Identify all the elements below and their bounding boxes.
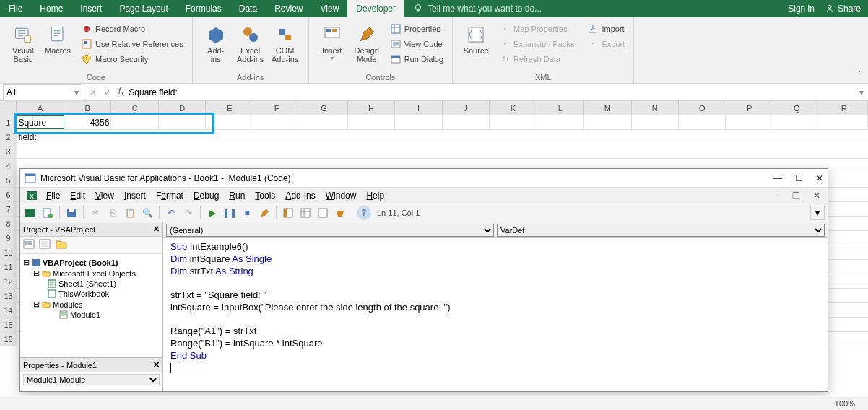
row-header[interactable]: 15 [0, 318, 17, 331]
col-header[interactable]: O [679, 101, 726, 115]
find-icon[interactable]: 🔍 [140, 206, 155, 220]
name-box[interactable]: A1▾ [3, 84, 82, 100]
cell[interactable] [253, 115, 300, 129]
menu-file[interactable]: File [42, 191, 64, 201]
cell[interactable] [820, 115, 867, 129]
project-tree[interactable]: ⊟ VBAProject (Book1) ⊟ Microsoft Excel O… [20, 254, 162, 358]
tell-me[interactable]: Tell me what you want to do... [413, 4, 542, 14]
chevron-down-icon[interactable]: ▾ [74, 87, 79, 97]
visual-basic-button[interactable]: Visual Basic [6, 20, 40, 64]
col-header[interactable]: G [300, 101, 347, 115]
col-header[interactable]: K [490, 101, 537, 115]
row-header[interactable]: 2 [0, 130, 17, 144]
project-explorer-icon[interactable] [281, 206, 295, 220]
col-header[interactable]: C [111, 101, 158, 115]
properties-object-select[interactable]: Module1 Module [23, 374, 160, 385]
code-object-select[interactable]: (General) [166, 224, 494, 237]
excel-icon[interactable]: X [26, 190, 38, 201]
view-code-tb-icon[interactable] [23, 238, 36, 252]
cell[interactable] [490, 115, 537, 129]
menu-insert[interactable]: Insert [120, 191, 150, 201]
row-header[interactable]: 11 [0, 260, 17, 274]
com-addins-button[interactable]: COM Add-ins [268, 20, 303, 64]
xml-source-button[interactable]: Source [459, 20, 493, 55]
tab-data[interactable]: Data [230, 0, 266, 17]
cell[interactable] [584, 115, 631, 129]
tree-objects-folder[interactable]: ⊟ Microsoft Excel Objects [23, 268, 160, 279]
menu-edit[interactable]: Edit [66, 191, 90, 201]
menu-format[interactable]: Format [152, 191, 188, 201]
col-header[interactable]: P [726, 101, 773, 115]
project-close-icon[interactable]: ✕ [153, 224, 160, 234]
mdi-restore-icon[interactable]: ❐ [788, 191, 804, 201]
cell[interactable] [632, 115, 679, 129]
menu-addins[interactable]: Add-Ins [281, 191, 319, 201]
row-header[interactable]: 14 [0, 303, 17, 317]
relative-references-button[interactable]: Use Relative References [78, 37, 186, 51]
col-header[interactable]: D [159, 101, 206, 115]
mdi-close-icon[interactable]: ✕ [809, 191, 825, 201]
col-header[interactable]: H [348, 101, 395, 115]
cell[interactable] [773, 115, 820, 129]
view-object-tb-icon[interactable] [39, 238, 52, 252]
menu-help[interactable]: Help [362, 191, 389, 201]
col-header[interactable]: E [206, 101, 253, 115]
col-header[interactable]: L [537, 101, 584, 115]
menu-debug[interactable]: Debug [189, 191, 223, 201]
tree-root[interactable]: ⊟ VBAProject (Book1) [23, 257, 160, 268]
row-header[interactable]: 7 [0, 202, 17, 216]
cell[interactable] [679, 115, 726, 129]
cell-a1[interactable]: Square field: [17, 115, 64, 129]
toggle-folders-icon[interactable] [55, 238, 68, 252]
tree-thisworkbook[interactable]: ThisWorkbook [23, 289, 160, 299]
close-icon[interactable]: ✕ [816, 173, 823, 183]
properties-window-icon[interactable] [298, 206, 313, 220]
row-header[interactable]: 4 [0, 159, 17, 173]
design-icon[interactable] [257, 206, 272, 220]
cell[interactable] [111, 115, 158, 129]
tab-formulas[interactable]: Formulas [177, 0, 230, 17]
tab-review[interactable]: Review [266, 0, 311, 17]
design-mode-button[interactable]: Design Mode [350, 20, 384, 64]
cell[interactable] [348, 115, 395, 129]
menu-window[interactable]: Window [321, 191, 361, 201]
share-button[interactable]: Share [825, 4, 861, 14]
properties-button[interactable]: Properties [387, 22, 446, 36]
cell[interactable] [726, 115, 773, 129]
code-procedure-select[interactable]: VarDef [497, 224, 825, 237]
code-editor[interactable]: Sub IntExample6() Dim intSquare As Singl… [163, 238, 828, 391]
toolbox-icon[interactable] [333, 206, 347, 220]
row-header[interactable]: 8 [0, 217, 17, 230]
row-header[interactable]: 3 [0, 144, 17, 158]
cell[interactable] [443, 115, 490, 129]
col-header[interactable]: Q [773, 101, 820, 115]
cell[interactable] [206, 115, 253, 129]
save-icon[interactable] [64, 206, 79, 220]
col-header[interactable]: F [253, 101, 300, 115]
row-header[interactable]: 5 [0, 173, 17, 187]
formula-input[interactable] [129, 87, 855, 97]
zoom-level[interactable]: 100% [835, 399, 855, 408]
vbe-titlebar[interactable]: Microsoft Visual Basic for Applications … [20, 169, 828, 188]
row-header[interactable]: 16 [0, 332, 17, 346]
help-icon[interactable]: ? [357, 206, 371, 220]
cell-b1[interactable]: 4356 [64, 115, 111, 129]
tree-modules-folder[interactable]: ⊟ Modules [23, 299, 160, 310]
cell[interactable] [300, 115, 347, 129]
cell[interactable] [395, 115, 442, 129]
ribbon-collapse[interactable]: ˆ [854, 67, 868, 83]
cell[interactable] [159, 115, 206, 129]
view-excel-icon[interactable] [23, 206, 38, 220]
macro-security-button[interactable]: !Macro Security [78, 52, 186, 66]
menu-run[interactable]: Run [225, 191, 249, 201]
reset-icon[interactable]: ■ [240, 206, 254, 220]
object-browser-icon[interactable] [316, 206, 330, 220]
undo-icon[interactable]: ↶ [164, 206, 178, 220]
col-header[interactable]: M [584, 101, 631, 115]
tab-file[interactable]: File [0, 0, 31, 17]
run-dialog-button[interactable]: Run Dialog [387, 52, 446, 66]
menu-view[interactable]: View [91, 191, 118, 201]
insert-control-button[interactable]: Insert▾ [315, 20, 350, 61]
tab-home[interactable]: Home [31, 0, 71, 17]
tab-insert[interactable]: Insert [71, 0, 110, 17]
